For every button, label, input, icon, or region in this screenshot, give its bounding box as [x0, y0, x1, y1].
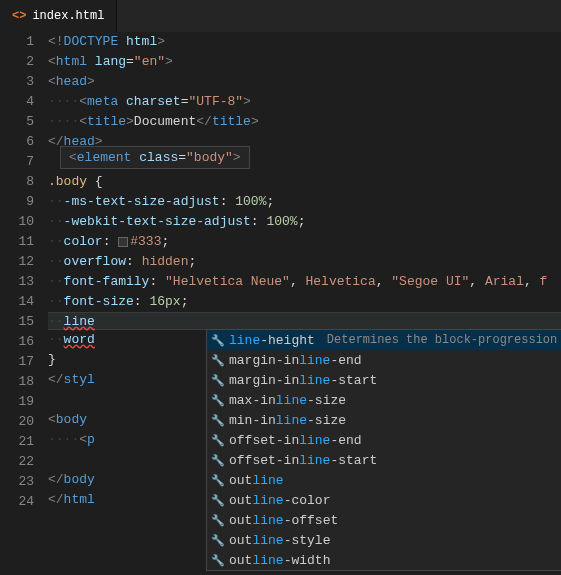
- wrench-icon: 🔧: [211, 454, 223, 467]
- wrench-icon: 🔧: [211, 374, 223, 387]
- suggest-item[interactable]: 🔧margin-inline-end: [207, 350, 561, 370]
- wrench-icon: 🔧: [211, 334, 223, 347]
- suggest-item[interactable]: 🔧min-inline-size: [207, 410, 561, 430]
- suggest-item-selected[interactable]: 🔧 line-height Determines the block-progr…: [207, 330, 561, 350]
- color-swatch-icon: [118, 237, 128, 247]
- tab-index-html[interactable]: <> index.html: [0, 0, 117, 32]
- wrench-icon: 🔧: [211, 514, 223, 527]
- tab-label: index.html: [32, 9, 104, 23]
- autocomplete-popup[interactable]: 🔧 line-height Determines the block-progr…: [206, 329, 561, 571]
- active-line[interactable]: ··line: [48, 312, 561, 330]
- wrench-icon: 🔧: [211, 534, 223, 547]
- suggest-item[interactable]: 🔧margin-inline-start: [207, 370, 561, 390]
- suggest-item[interactable]: 🔧outline-offset: [207, 510, 561, 530]
- wrench-icon: 🔧: [211, 474, 223, 487]
- editor[interactable]: 123456789101112131415161718192021222324 …: [0, 32, 561, 512]
- suggest-item[interactable]: 🔧offset-inline-start: [207, 450, 561, 470]
- wrench-icon: 🔧: [211, 354, 223, 367]
- suggest-doc: Determines the block-progression dimensi…: [321, 333, 561, 347]
- suggest-item[interactable]: 🔧outline-width: [207, 550, 561, 570]
- suggest-item[interactable]: 🔧max-inline-size: [207, 390, 561, 410]
- wrench-icon: 🔧: [211, 414, 223, 427]
- suggest-item[interactable]: 🔧outline: [207, 470, 561, 490]
- wrench-icon: 🔧: [211, 554, 223, 567]
- suggest-item[interactable]: 🔧outline-style: [207, 530, 561, 550]
- wrench-icon: 🔧: [211, 394, 223, 407]
- suggest-item[interactable]: 🔧offset-inline-end: [207, 430, 561, 450]
- suggest-item[interactable]: 🔧outline-color: [207, 490, 561, 510]
- wrench-icon: 🔧: [211, 434, 223, 447]
- tab-bar: <> index.html: [0, 0, 561, 32]
- wrench-icon: 🔧: [211, 494, 223, 507]
- hover-tooltip: <element class="body">: [60, 146, 250, 169]
- code-area[interactable]: <!DOCTYPE html> <html lang="en"> <head> …: [48, 32, 561, 512]
- line-number-gutter: 123456789101112131415161718192021222324: [0, 32, 48, 512]
- html-file-icon: <>: [12, 9, 26, 23]
